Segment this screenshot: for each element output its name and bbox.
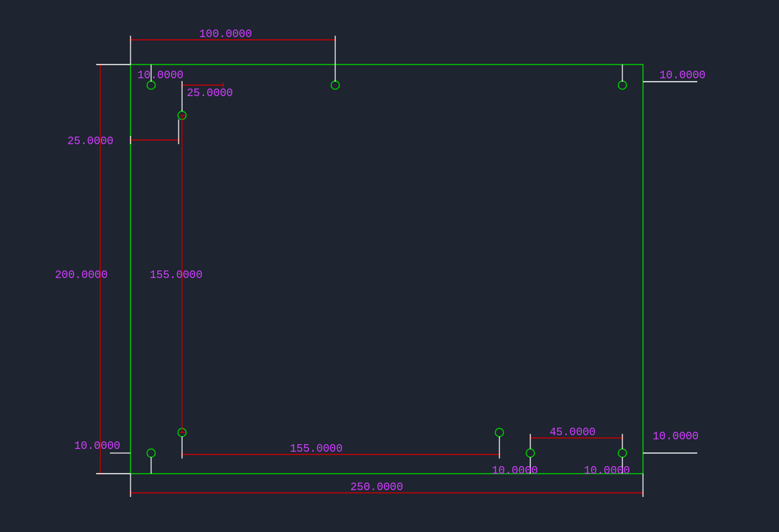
- holes: [147, 81, 626, 457]
- part-outline: [131, 65, 643, 474]
- dim-text-v_155: 155.0000: [150, 269, 203, 281]
- hole: [147, 449, 155, 457]
- hole: [618, 81, 626, 89]
- hole: [147, 81, 155, 89]
- dim-text-top_10_l: 10.0000: [137, 69, 183, 82]
- dim-text-bot_45: 45.0000: [550, 426, 596, 439]
- dim-text-top_25: 25.0000: [187, 87, 233, 100]
- dim-text-top_10_r: 10.0000: [659, 69, 705, 82]
- dim-text-bot_10_m: 10.0000: [492, 465, 538, 477]
- hole: [495, 428, 504, 437]
- dim-text-left_25: 25.0000: [67, 135, 113, 148]
- dim-text-bot_10_r: 10.0000: [584, 465, 630, 477]
- hole: [618, 449, 626, 457]
- dim-text-bot_10_l: 10.0000: [74, 440, 120, 452]
- dim-text-bot_250: 250.0000: [350, 481, 403, 494]
- dim-text-top_100: 100.0000: [199, 28, 252, 41]
- dim-text-right_10_b: 10.0000: [653, 430, 699, 443]
- hole: [331, 81, 339, 89]
- hole: [526, 449, 534, 457]
- dim-text-bot_155: 155.0000: [290, 443, 343, 455]
- dim-text-left_200: 200.0000: [55, 269, 108, 281]
- dimensions: 100.000010.000025.000010.000025.0000200.…: [55, 28, 705, 497]
- cad-drawing: 100.000010.000025.000010.000025.0000200.…: [0, 0, 779, 532]
